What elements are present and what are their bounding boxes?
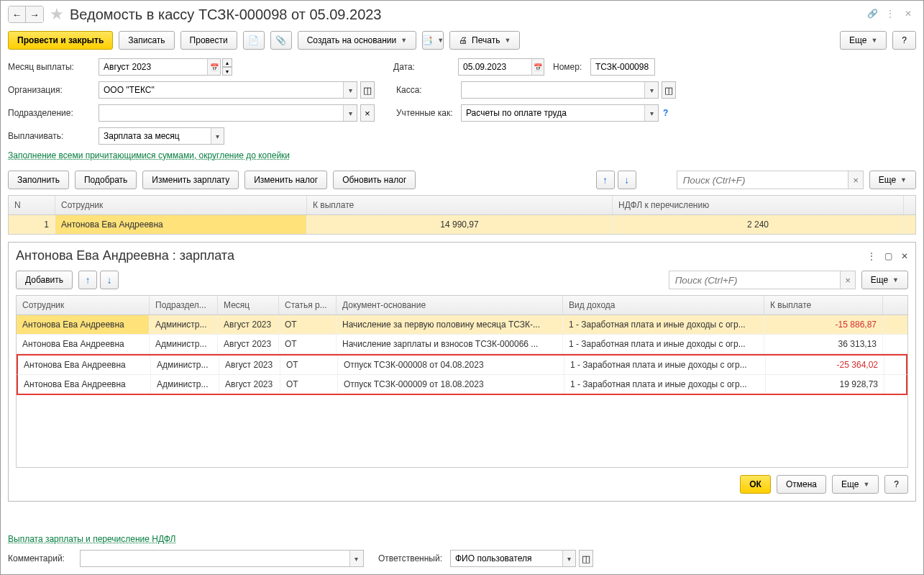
- detail-search-field[interactable]: ×: [669, 271, 856, 289]
- more-button[interactable]: Еще▼: [840, 31, 887, 50]
- link-icon[interactable]: 🔗: [867, 9, 879, 20]
- col-employee[interactable]: Сотрудник: [55, 196, 307, 214]
- back-button[interactable]: ←: [9, 6, 26, 22]
- dept-field[interactable]: ▾: [99, 104, 357, 122]
- post-and-close-button[interactable]: Провести и закрыть: [8, 31, 113, 50]
- detail-footer-more-button[interactable]: Еще▼: [832, 475, 879, 494]
- dcol-article[interactable]: Статья р...: [279, 296, 337, 314]
- page-title: Ведомость в кассу ТСЗК-000098 от 05.09.2…: [70, 6, 382, 23]
- document-icon: 📄: [248, 35, 259, 45]
- dcol-pay[interactable]: К выплате: [764, 296, 883, 314]
- kassa-field[interactable]: ▾: [461, 81, 659, 99]
- responsible-field[interactable]: ▾: [450, 550, 576, 567]
- dropdown-icon[interactable]: ▾: [349, 551, 363, 566]
- search-clear-button[interactable]: ×: [848, 171, 862, 189]
- move-up-button[interactable]: ↑: [596, 171, 615, 189]
- menu-dots-icon[interactable]: ⋮: [867, 251, 876, 261]
- kassa-open-button[interactable]: ◫: [662, 81, 676, 99]
- org-open-button[interactable]: ◫: [360, 81, 375, 99]
- forward-button[interactable]: →: [26, 6, 43, 22]
- add-button[interactable]: Добавить: [16, 271, 73, 289]
- month-input[interactable]: [99, 62, 207, 72]
- move-down-button[interactable]: ↓: [100, 271, 119, 289]
- org-input[interactable]: [99, 85, 343, 95]
- chevron-down-icon: ▼: [900, 176, 907, 184]
- search-clear-button[interactable]: ×: [840, 271, 854, 289]
- calendar-icon[interactable]: 📅: [531, 59, 544, 75]
- ndfl-payment-link[interactable]: Выплата зарплаты и перечисление НДФЛ: [8, 534, 175, 544]
- date-input[interactable]: [459, 62, 531, 72]
- dcol-income[interactable]: Вид дохода: [563, 296, 764, 314]
- table-row[interactable]: Антонова Ева АндреевнаАдминистр...Август…: [17, 375, 907, 395]
- dropdown-icon[interactable]: ▾: [644, 82, 658, 98]
- create-on-basis-button[interactable]: Создать на основании▼: [298, 31, 416, 50]
- update-tax-button[interactable]: Обновить налог: [333, 171, 416, 189]
- responsible-open-button[interactable]: ◫: [579, 550, 593, 567]
- dropdown-icon[interactable]: ▾: [562, 551, 575, 566]
- kassa-input[interactable]: [462, 85, 644, 95]
- table-row[interactable]: Антонова Ева АндреевнаАдминистр...Август…: [17, 335, 907, 354]
- maximize-icon[interactable]: ▢: [884, 251, 892, 261]
- col-ndfl[interactable]: НДФЛ к перечислению: [613, 196, 904, 214]
- col-n[interactable]: N: [9, 196, 55, 214]
- arrow-down-icon: ↓: [624, 175, 629, 186]
- date-field[interactable]: 📅: [458, 58, 544, 76]
- menu-dots-icon[interactable]: ⋮: [886, 9, 897, 20]
- printer-icon: 🖨: [459, 35, 467, 45]
- close-icon[interactable]: ✕: [901, 251, 908, 261]
- move-up-button[interactable]: ↑: [78, 271, 97, 289]
- report-icon-button[interactable]: 📄: [243, 31, 265, 50]
- fill-button[interactable]: Заполнить: [8, 171, 69, 189]
- dcol-employee[interactable]: Сотрудник: [17, 296, 150, 314]
- pick-button[interactable]: Подобрать: [75, 171, 137, 189]
- dropdown-icon[interactable]: ▾: [343, 105, 357, 121]
- calendar-icon[interactable]: 📅: [207, 59, 220, 75]
- close-icon[interactable]: ✕: [905, 9, 916, 20]
- help-icon[interactable]: ?: [663, 108, 668, 118]
- print-button[interactable]: 🖨Печать▼: [449, 31, 520, 50]
- date-label: Дата:: [393, 62, 458, 72]
- detail-more-button[interactable]: Еще▼: [861, 271, 908, 289]
- unknown-dropdown-button[interactable]: 📑▼: [422, 31, 444, 50]
- org-field[interactable]: ▾: [99, 81, 357, 99]
- detail-help-button[interactable]: ?: [884, 475, 908, 494]
- dropdown-icon[interactable]: ▾: [211, 128, 224, 144]
- search-input[interactable]: [677, 175, 848, 186]
- pay-input[interactable]: [99, 131, 211, 141]
- dropdown-icon[interactable]: ▾: [343, 82, 357, 98]
- col-pay[interactable]: К выплате: [307, 196, 613, 214]
- comment-field[interactable]: ▾: [80, 550, 364, 567]
- help-button[interactable]: ?: [892, 31, 916, 50]
- dept-clear-button[interactable]: ×: [360, 104, 375, 122]
- accounted-input[interactable]: [462, 108, 644, 118]
- accounted-field[interactable]: ▾: [461, 104, 659, 122]
- month-down[interactable]: ▼: [222, 67, 232, 76]
- cancel-button[interactable]: Отмена: [777, 475, 826, 494]
- dcol-dept[interactable]: Подраздел...: [150, 296, 218, 314]
- pay-field[interactable]: ▾: [99, 127, 224, 145]
- change-salary-button[interactable]: Изменить зарплату: [142, 171, 239, 189]
- move-down-button[interactable]: ↓: [618, 171, 636, 189]
- dropdown-icon[interactable]: ▾: [644, 105, 658, 121]
- more-button[interactable]: Еще▼: [869, 171, 916, 189]
- table-row[interactable]: Антонова Ева АндреевнаАдминистр...Август…: [17, 354, 907, 375]
- comment-input[interactable]: [81, 553, 349, 563]
- month-field[interactable]: 📅: [99, 58, 221, 76]
- ok-button[interactable]: ОК: [740, 475, 771, 494]
- arrow-up-icon: ↑: [603, 175, 608, 186]
- favorite-star-icon[interactable]: ★: [50, 5, 64, 24]
- detail-search-input[interactable]: [669, 275, 841, 286]
- dept-input[interactable]: [99, 108, 343, 118]
- dcol-doc[interactable]: Документ-основание: [337, 296, 563, 314]
- dcol-month[interactable]: Месяц: [218, 296, 279, 314]
- table-row[interactable]: 1 Антонова Ева Андреевна 14 990,97 2 240: [9, 215, 915, 234]
- month-up[interactable]: ▲: [222, 58, 232, 67]
- responsible-input[interactable]: [451, 553, 562, 563]
- table-row[interactable]: Антонова Ева АндреевнаАдминистр...Август…: [17, 315, 907, 335]
- attach-button[interactable]: 📎: [270, 31, 292, 50]
- fill-settings-link[interactable]: Заполнение всеми причитающимися суммами,…: [8, 150, 290, 160]
- write-button[interactable]: Записать: [119, 31, 174, 50]
- change-tax-button[interactable]: Изменить налог: [244, 171, 327, 189]
- post-button[interactable]: Провести: [180, 31, 237, 50]
- search-field[interactable]: ×: [677, 171, 864, 189]
